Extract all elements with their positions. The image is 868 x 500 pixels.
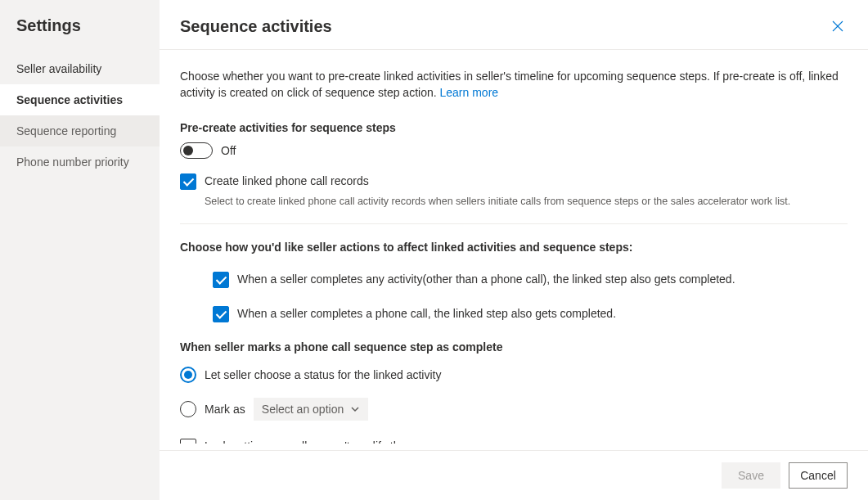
learn-more-link[interactable]: Learn more — [440, 86, 499, 99]
close-button[interactable] — [828, 16, 848, 36]
phone-radio-1[interactable] — [180, 367, 196, 383]
chevron-down-icon — [350, 404, 360, 414]
linked-records-row: Create linked phone call records — [180, 173, 848, 190]
seller-action-row-1: When a seller completes any activity(oth… — [213, 272, 848, 288]
linked-records-desc: Select to create linked phone call activ… — [205, 195, 848, 209]
precreate-toggle-row: Off — [180, 142, 848, 159]
seller-action-checkbox-2[interactable] — [213, 306, 229, 322]
lock-settings-label: Lock settings so sellers can't modify th… — [205, 439, 416, 444]
sidebar-item-sequence-reporting[interactable]: Sequence reporting — [0, 115, 160, 146]
page-title: Sequence activities — [180, 17, 332, 36]
intro-text: Choose whether you want to pre-create li… — [180, 68, 848, 101]
seller-actions-options: When a seller completes any activity(oth… — [213, 272, 848, 322]
precreate-toggle-state: Off — [221, 144, 236, 157]
phone-radio-2[interactable] — [180, 401, 196, 417]
linked-records-checkbox[interactable] — [180, 173, 196, 190]
sidebar-title: Settings — [0, 0, 160, 53]
main-header: Sequence activities — [160, 0, 868, 50]
sidebar-item-sequence-activities[interactable]: Sequence activities — [0, 84, 160, 115]
lock-settings-row: Lock settings so sellers can't modify th… — [180, 439, 848, 444]
main-panel: Sequence activities Choose whether you w… — [160, 0, 868, 500]
seller-action-label-1: When a seller completes any activity(oth… — [237, 272, 735, 286]
phone-radio-label-1: Let seller choose a status for the linke… — [205, 368, 441, 381]
seller-action-checkbox-1[interactable] — [213, 272, 229, 288]
precreate-label: Pre-create activities for sequence steps — [180, 121, 848, 134]
save-button[interactable]: Save — [722, 462, 780, 489]
seller-actions-heading: Choose how you'd like seller actions to … — [180, 241, 848, 254]
close-icon — [830, 19, 845, 34]
toggle-thumb — [183, 146, 193, 155]
phone-complete-heading: When seller marks a phone call sequence … — [180, 340, 848, 354]
phone-radio-row-1: Let seller choose a status for the linke… — [180, 367, 848, 383]
linked-records-label: Create linked phone call records — [205, 173, 369, 187]
precreate-toggle[interactable] — [180, 142, 213, 159]
mark-as-select[interactable]: Select an option — [254, 398, 368, 421]
section-divider — [180, 223, 848, 224]
sidebar-item-phone-number-priority[interactable]: Phone number priority — [0, 146, 160, 178]
sidebar-item-seller-availability[interactable]: Seller availability — [0, 53, 160, 84]
phone-radio-row-2: Mark as Select an option — [180, 398, 848, 421]
lock-settings-checkbox[interactable] — [180, 439, 196, 444]
cancel-button[interactable]: Cancel — [789, 462, 848, 489]
settings-sidebar: Settings Seller availability Sequence ac… — [0, 0, 160, 500]
intro-text-content: Choose whether you want to pre-create li… — [180, 70, 839, 99]
main-body: Choose whether you want to pre-create li… — [160, 50, 868, 444]
mark-as-select-value: Select an option — [262, 403, 344, 416]
seller-action-row-2: When a seller completes a phone call, th… — [213, 306, 848, 322]
footer: Save Cancel — [160, 450, 868, 500]
phone-radio-label-2: Mark as — [205, 403, 245, 416]
seller-action-label-2: When a seller completes a phone call, th… — [237, 306, 616, 320]
